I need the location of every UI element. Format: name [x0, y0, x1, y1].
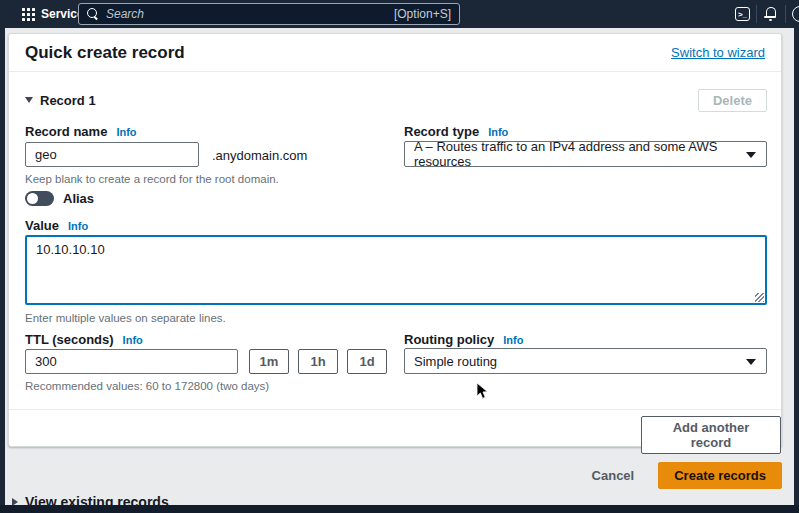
record-1-expander[interactable]: Record 1 [25, 93, 96, 108]
switch-to-wizard-link[interactable]: Switch to wizard [671, 45, 765, 60]
ttl-1h-button[interactable]: 1h [298, 349, 338, 374]
value-label: Value [25, 218, 59, 233]
routing-policy-label: Routing policy [404, 332, 494, 347]
apps-grid-icon [22, 8, 35, 21]
record-name-input[interactable] [25, 142, 199, 167]
quick-create-record-card: Quick create record Switch to wizard Rec… [8, 33, 782, 447]
form-actions: Cancel Create records [5, 455, 782, 495]
ttl-input[interactable] [25, 349, 238, 374]
search-shortcut-hint: [Option+S] [394, 7, 451, 21]
record-type-label: Record type [404, 124, 479, 139]
value-help-text: Enter multiple values on separate lines. [25, 312, 226, 324]
aws-top-nav: Services [Option+S] >_ [0, 0, 799, 28]
ttl-label: TTL (seconds) [25, 332, 114, 347]
ttl-info-link[interactable]: Info [123, 334, 143, 346]
help-icon[interactable] [792, 6, 799, 22]
ttl-1m-button[interactable]: 1m [249, 349, 289, 374]
ttl-1d-button[interactable]: 1d [347, 349, 387, 374]
record-type-select[interactable]: A – Routes traffic to an IPv4 address an… [404, 141, 767, 167]
search-input[interactable] [106, 7, 394, 21]
create-records-button[interactable]: Create records [658, 462, 782, 489]
domain-suffix: .anydomain.com [212, 148, 307, 163]
record-name-info-link[interactable]: Info [116, 126, 136, 138]
record-name-help-text: Keep blank to create a record for the ro… [25, 173, 279, 185]
value-info-link[interactable]: Info [68, 220, 88, 232]
record-type-value: A – Routes traffic to an IPv4 address an… [414, 139, 740, 169]
delete-record-button[interactable]: Delete [698, 89, 767, 112]
cancel-button[interactable]: Cancel [592, 468, 635, 483]
routing-policy-select[interactable]: Simple routing [404, 348, 767, 374]
toggle-knob [27, 193, 38, 204]
routing-policy-value: Simple routing [414, 354, 497, 369]
global-search[interactable]: [Option+S] [78, 3, 460, 25]
caret-down-icon [25, 97, 33, 103]
alias-toggle[interactable] [25, 191, 54, 206]
topbar-divider [785, 5, 786, 23]
search-icon [87, 8, 99, 20]
add-another-record-button[interactable]: Add another record [641, 416, 781, 454]
main-content: Quick create record Switch to wizard Rec… [5, 28, 794, 505]
routing-policy-info-link[interactable]: Info [503, 334, 523, 346]
alias-label: Alias [63, 191, 94, 206]
card-header: Quick create record Switch to wizard [9, 34, 781, 72]
cloudshell-icon[interactable]: >_ [735, 7, 750, 21]
record-name-label: Record name [25, 124, 107, 139]
value-textarea[interactable]: 10.10.10.10 [25, 235, 767, 305]
section-divider [9, 409, 781, 410]
record-type-info-link[interactable]: Info [488, 126, 508, 138]
ttl-help-text: Recommended values: 60 to 172800 (two da… [25, 380, 269, 392]
notifications-bell-icon[interactable] [763, 6, 779, 22]
topbar-divider [756, 5, 757, 23]
window-bottom-edge [0, 505, 799, 513]
page-title: Quick create record [25, 43, 185, 63]
record-section-title: Record 1 [40, 93, 96, 108]
